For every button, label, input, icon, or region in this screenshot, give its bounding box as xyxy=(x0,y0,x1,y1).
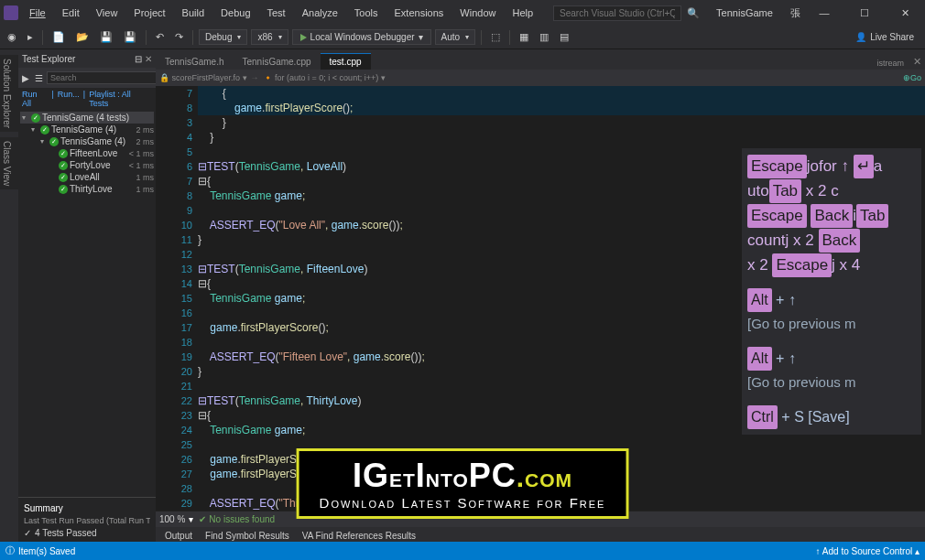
left-side-tabs: Solution Explorer Class View xyxy=(0,49,18,544)
test-tree[interactable]: ▾✓TennisGame (4 tests)▾✓TennisGame (4)2 … xyxy=(18,110,156,497)
panel-close-icon[interactable]: ✕ xyxy=(145,54,152,64)
right-doc-label[interactable]: istream xyxy=(871,57,909,70)
misc-button-1[interactable]: ▦ xyxy=(516,29,532,45)
editor-tab[interactable]: TennisGame.cpp xyxy=(233,53,320,70)
search-input[interactable] xyxy=(553,5,681,21)
app-title: TennisGame xyxy=(716,7,773,18)
titlebar: File Edit View Project Build Debug Test … xyxy=(0,0,925,26)
vs-logo-icon xyxy=(4,5,18,20)
config-dropdown[interactable]: Debug xyxy=(199,29,247,45)
user-badge[interactable]: 張 xyxy=(790,6,800,20)
summary-result: 4 Tests Passed xyxy=(35,528,97,538)
ready-icon: ⓘ xyxy=(5,544,15,557)
menu-debug[interactable]: Debug xyxy=(215,5,256,21)
statusbar: ⓘItem(s) Saved ↑ Add to Source Control ▴ xyxy=(0,542,925,560)
test-tree-node[interactable]: ✓LoveAll1 ms xyxy=(20,171,154,183)
summary-subtitle: Last Test Run Passed (Total Run Time 0 xyxy=(24,516,150,525)
menu-help[interactable]: Help xyxy=(506,5,539,21)
test-search-input[interactable] xyxy=(47,71,157,84)
misc-button-3[interactable]: ▤ xyxy=(556,29,572,45)
menu-file[interactable]: File xyxy=(24,5,51,21)
test-tree-node[interactable]: ✓FortyLove< 1 ms xyxy=(20,159,154,171)
run-tests-icon[interactable]: ▶ xyxy=(20,71,31,85)
menu-edit[interactable]: Edit xyxy=(57,5,85,21)
run-all-link[interactable]: Run All xyxy=(22,90,49,108)
redo-button[interactable]: ↷ xyxy=(171,29,187,45)
test-tree-node[interactable]: ▾✓TennisGame (4)2 ms xyxy=(20,124,154,135)
nav-back-button[interactable]: ◉ xyxy=(4,29,20,45)
watermark-overlay: IGetIntoPC.com Download Latest Software … xyxy=(297,448,629,519)
test-summary: Summary Last Test Run Passed (Total Run … xyxy=(18,497,156,544)
auto-dropdown[interactable]: Auto xyxy=(435,29,476,45)
test-explorer-title: Test Explorer xyxy=(22,54,75,64)
status-text: Item(s) Saved xyxy=(18,546,75,556)
undo-button[interactable]: ↶ xyxy=(152,29,168,45)
misc-button-2[interactable]: ▥ xyxy=(536,29,552,45)
source-control-button[interactable]: ↑ Add to Source Control ▴ xyxy=(816,546,920,556)
member-dropdown[interactable]: 🔸 for (auto i = 0; i < count; i++) ▾ xyxy=(263,73,386,82)
run-link[interactable]: Run... xyxy=(58,90,80,108)
test-tree-node[interactable]: ✓FifteenLove< 1 ms xyxy=(20,147,154,159)
editor-tabs: TennisGame.hTennisGame.cpptest.cpp istre… xyxy=(156,49,925,70)
scope-dropdown[interactable]: 🔒 scoreFirstPlayer.fo ▾ xyxy=(159,73,247,82)
new-button[interactable]: 📄 xyxy=(49,29,69,45)
close-doc-icon[interactable]: ✕ xyxy=(909,54,925,70)
test-explorer-panel: Test Explorer ⊟ ✕ ▶ ☰ 🔍 Run All | Run...… xyxy=(18,49,156,544)
watermark-subtitle: Download Latest Software for Free xyxy=(320,495,606,511)
issues-text: No issues found xyxy=(209,514,275,524)
open-button[interactable]: 📂 xyxy=(72,29,92,45)
save-button[interactable]: 💾 xyxy=(96,29,116,45)
editor-tab[interactable]: TennisGame.h xyxy=(156,53,233,70)
nav-fwd-button[interactable]: ▸ xyxy=(24,29,37,45)
platform-dropdown[interactable]: x86 xyxy=(251,29,288,45)
bottom-tab-find-symbol[interactable]: Find Symbol Results xyxy=(200,529,295,543)
keypress-overlay: Escapejofor ↑ ↵a utoTab x 2 c Escape Bac… xyxy=(742,148,921,435)
menu-tools[interactable]: Tools xyxy=(349,5,384,21)
menu-window[interactable]: Window xyxy=(454,5,501,21)
pin-icon[interactable]: ⊟ xyxy=(135,54,142,64)
zoom-level[interactable]: 100 % xyxy=(156,514,189,524)
play-icon xyxy=(300,34,307,41)
toolbar: ◉ ▸ 📄 📂 💾 💾 ↶ ↷ Debug x86 Local Windows … xyxy=(0,26,925,49)
test-tree-node[interactable]: ▾✓TennisGame (4)2 ms xyxy=(20,135,154,147)
maximize-button[interactable]: ☐ xyxy=(848,2,881,24)
minimize-button[interactable]: — xyxy=(808,2,841,24)
side-tab-class-view[interactable]: Class View xyxy=(0,137,18,189)
step-button[interactable]: ⬚ xyxy=(487,29,504,45)
menu-extensions[interactable]: Extensions xyxy=(389,5,450,21)
check-icon: ✔ xyxy=(199,514,206,524)
menu-view[interactable]: View xyxy=(91,5,124,21)
breadcrumb[interactable]: 🔒 scoreFirstPlayer.fo ▾ → 🔸 for (auto i … xyxy=(156,70,925,86)
test-tree-node[interactable]: ▾✓TennisGame (4 tests) xyxy=(20,112,154,124)
test-tree-node[interactable]: ✓ThirtyLove1 ms xyxy=(20,183,154,195)
summary-title: Summary xyxy=(24,503,150,513)
menu-project[interactable]: Project xyxy=(128,5,170,21)
playlist-link[interactable]: Playlist : All Tests xyxy=(89,90,152,108)
bottom-tab-va-find[interactable]: VA Find References Results xyxy=(297,529,421,543)
editor-tab[interactable]: test.cpp xyxy=(321,53,371,70)
menu-analyze[interactable]: Analyze xyxy=(297,5,343,21)
group-icon[interactable]: ☰ xyxy=(33,71,45,85)
liveshare-button[interactable]: 👤 Live Share xyxy=(855,32,921,42)
menu-build[interactable]: Build xyxy=(177,5,210,21)
bottom-tab-output[interactable]: Output xyxy=(159,529,198,543)
search-icon[interactable]: 🔍 xyxy=(687,7,700,19)
start-debug-button[interactable]: Local Windows Debugger ▾ xyxy=(292,29,431,45)
pass-icon: ✓ xyxy=(24,528,31,538)
menu-test[interactable]: Test xyxy=(262,5,291,21)
side-tab-solution-explorer[interactable]: Solution Explorer xyxy=(0,55,18,132)
save-all-button[interactable]: 💾 xyxy=(120,29,140,45)
watermark-title: IGetIntoPC.com xyxy=(320,457,606,495)
close-button[interactable]: ✕ xyxy=(888,2,921,24)
